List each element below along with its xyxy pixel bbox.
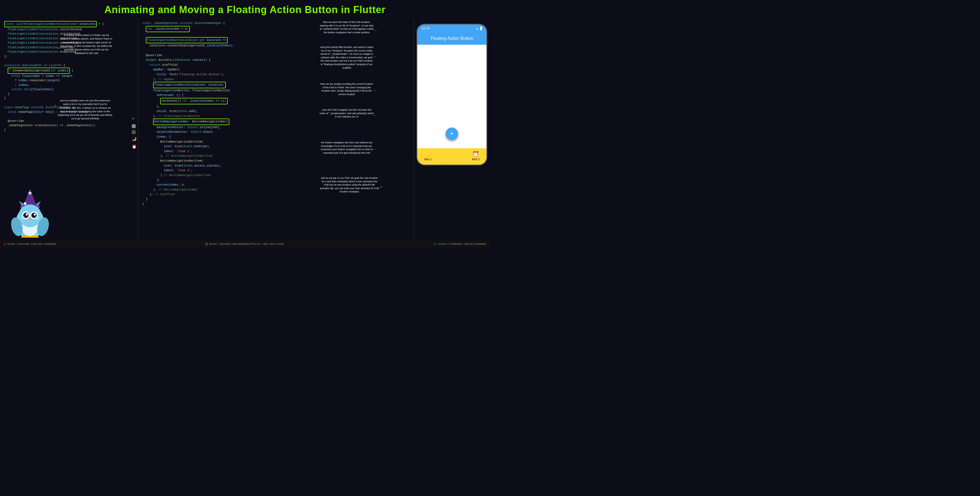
annotation-fab-location-prop: here we are simply providing the current… bbox=[320, 82, 374, 96]
phone-bottom-nav: 🌙 Item 1 ⏰ Item 2 bbox=[417, 148, 487, 164]
linkedin-link[interactable]: in https://linkedin.com/in/vandadnp bbox=[434, 242, 486, 246]
youtube-icon: ▶ bbox=[4, 242, 6, 246]
fab-button[interactable]: + bbox=[445, 128, 458, 140]
fab-plus-icon: + bbox=[450, 130, 454, 138]
square-icon-2 bbox=[132, 130, 136, 134]
wifi-icon: ▲ bbox=[476, 27, 479, 30]
annotation-setstate: once the FAB is tapped, we then increase… bbox=[320, 108, 374, 118]
svg-point-16 bbox=[35, 216, 40, 220]
annotation-get-location: using this handy little function, we ext… bbox=[320, 46, 374, 70]
annotation-location-index: then we store the index of the FAB locat… bbox=[320, 21, 374, 34]
svg-point-7 bbox=[19, 204, 41, 227]
phone-mockup: 10:14 ▲ ▊ Floating Action Button + bbox=[417, 24, 487, 166]
phone-app-bar: Floating Action Button bbox=[417, 32, 487, 45]
nav-label-1: Item 1 bbox=[424, 158, 432, 161]
nav-icon-1: 🌙 bbox=[425, 151, 431, 157]
right-panel: 10:14 ▲ ▊ Floating Action Button + bbox=[414, 18, 490, 247]
arrow-3: ← bbox=[374, 89, 376, 93]
moon-icon[interactable]: 🌙 bbox=[132, 136, 137, 142]
arrow-fab-locations: ← bbox=[57, 46, 59, 51]
middle-code-panel: class _HomePageState extends State<HomeP… bbox=[138, 18, 318, 247]
arrow-5: ← bbox=[374, 148, 376, 152]
sidebar-tools: + 🌙 ⏰ bbox=[132, 116, 137, 150]
github-url: https://github.com/vandadnp/flutter-tips… bbox=[209, 243, 284, 246]
nav-label-2: Item 2 bbox=[472, 158, 480, 161]
plus-icon[interactable]: + bbox=[132, 116, 137, 122]
svg-point-12 bbox=[25, 214, 28, 215]
clock-icon[interactable]: ⏰ bbox=[132, 144, 137, 150]
page-title: Animating and Moving a Floating Action B… bbox=[0, 0, 490, 18]
annotations-panel: then we store the index of the FAB locat… bbox=[318, 18, 414, 247]
svg-point-15 bbox=[21, 216, 25, 220]
left-code-panel: const List<FloatingActionButtonLocation>… bbox=[0, 18, 138, 247]
nav-icon-2: ⏰ bbox=[472, 151, 479, 157]
square-icon bbox=[132, 124, 136, 128]
arrow-2: ← bbox=[374, 55, 376, 59]
phone-app-title: Floating Action Button bbox=[431, 36, 473, 41]
annotation-extension: you've probably seen me use this extensi… bbox=[57, 99, 113, 120]
bottom-bar: ▶ https://youtube.com/user/vandadnp ⬡ ht… bbox=[0, 240, 490, 248]
phone-body: + bbox=[417, 45, 487, 148]
github-link[interactable]: ⬡ https://github.com/vandadnp/flutter-ti… bbox=[205, 242, 284, 246]
phone-status-icons: ▲ ▊ bbox=[476, 27, 482, 30]
nav-item-1[interactable]: 🌙 Item 1 bbox=[424, 151, 432, 161]
annotation-fab-locations: a floating action button in Flutter can … bbox=[60, 33, 113, 55]
youtube-link[interactable]: ▶ https://youtube.com/user/vandadnp bbox=[4, 242, 56, 246]
battery-icon: ▊ bbox=[480, 27, 482, 30]
mascot-owl bbox=[5, 186, 54, 238]
arrow-4: ← bbox=[374, 114, 376, 118]
github-icon: ⬡ bbox=[205, 242, 208, 246]
arrow-6: ↙ bbox=[380, 185, 382, 188]
arrow-extension: ← bbox=[54, 103, 57, 108]
arrow-1: ← bbox=[374, 29, 377, 32]
phone-time: 10:14 bbox=[422, 26, 430, 30]
youtube-url: https://youtube.com/user/vandadnp bbox=[7, 243, 56, 246]
phone-status-bar: 10:14 ▲ ▊ bbox=[417, 24, 487, 32]
linkedin-icon: in bbox=[434, 242, 438, 246]
middle-code-block: class _HomePageState extends State<HomeP… bbox=[142, 21, 314, 207]
annotation-tap-fab: and as we tap on our FAB, we grab the ne… bbox=[320, 176, 379, 193]
linkedin-url: https://linkedin.com/in/vandadnp bbox=[439, 243, 486, 246]
svg-point-3 bbox=[25, 203, 26, 204]
svg-point-13 bbox=[34, 214, 36, 215]
nav-item-2[interactable]: ⏰ Item 2 bbox=[472, 151, 480, 161]
annotation-bottom-nav: the bottom navigation bar then acts with… bbox=[320, 141, 374, 155]
